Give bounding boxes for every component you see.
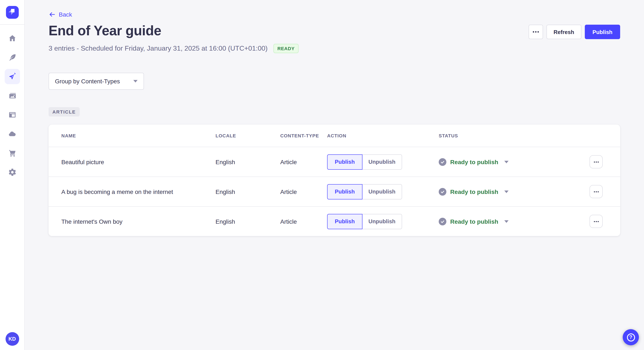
sidebar-item-releases[interactable] [4,69,20,84]
table-row: Beautiful picture English Article Publis… [48,147,620,177]
unpublish-option-button[interactable]: Unpublish [362,154,402,170]
gear-icon [8,168,16,176]
help-fab-button[interactable]: ? [623,329,639,345]
entry-action-toggle: Publish Unpublish [327,214,439,229]
subtitle-row: 3 entries - Scheduled for Friday, Januar… [48,44,620,53]
entry-status-label: Ready to publish [450,188,498,195]
ellipsis-icon [594,191,599,192]
table-row: The internet's Own boy English Article P… [48,207,620,236]
chevron-down-icon [133,80,138,82]
column-header-action: ACTION [327,133,439,138]
check-circle-icon [439,217,446,225]
row-menu-button[interactable] [590,155,603,169]
chevron-down-icon [504,220,508,223]
entry-locale: English [216,159,280,165]
entry-status-label: Ready to publish [450,159,498,165]
paper-plane-icon [8,72,16,81]
entry-locale: English [216,188,280,195]
entry-content-type: Article [280,218,327,225]
publish-release-button[interactable]: Publish [585,25,620,39]
strapi-logo[interactable] [6,6,18,19]
row-menu-button[interactable] [590,185,603,198]
entry-name: The internet's Own boy [61,218,216,225]
check-circle-icon [439,158,446,166]
entry-name: A bug is becoming a meme on the internet [61,188,216,195]
sidebar-item-home[interactable] [4,31,20,46]
status-badge: READY [274,44,298,53]
arrow-left-icon [48,11,55,18]
publish-option-button[interactable]: Publish [327,214,362,229]
publish-option-button[interactable]: Publish [327,184,362,199]
back-label: Back [59,11,72,18]
back-link[interactable]: Back [48,0,72,18]
group-by-select[interactable]: Group by Content-Types [48,73,144,90]
row-menu-button[interactable] [590,215,603,228]
main-content: Back End of Year guide 3 entries - Sched… [25,0,644,350]
sidebar-nav [4,31,20,180]
column-header-name: NAME [61,133,216,138]
ellipsis-icon [594,220,599,222]
entry-status-dropdown[interactable]: Ready to publish [439,158,508,166]
sidebar-item-settings[interactable] [4,165,20,180]
entry-name: Beautiful picture [61,159,216,165]
entry-content-type: Article [280,188,327,195]
entry-status-dropdown[interactable]: Ready to publish [439,188,508,195]
entry-status-dropdown[interactable]: Ready to publish [439,217,508,225]
unpublish-option-button[interactable]: Unpublish [362,184,402,199]
logo-container [0,0,24,25]
user-avatar[interactable]: KD [5,332,19,346]
avatar-initials: KD [8,336,16,342]
sidebar-item-marketplace[interactable] [4,146,20,161]
sidebar-item-content-type-builder[interactable] [4,107,20,123]
entry-locale: English [216,218,280,225]
publish-option-button[interactable]: Publish [327,154,362,170]
entry-content-type: Article [280,159,327,165]
question-mark-icon: ? [627,333,635,341]
stage: KD Back End of Year guide 3 entries - Sc… [0,0,644,350]
table-row: A bug is becoming a meme on the internet… [48,177,620,207]
feather-icon [8,53,16,62]
layout-icon [8,111,16,119]
table-header-row: NAME LOCALE CONTENT-TYPE ACTION STATUS [48,125,620,147]
ellipsis-icon [594,161,599,163]
unpublish-option-button[interactable]: Unpublish [362,214,402,229]
check-circle-icon [439,188,446,195]
column-header-status: STATUS [439,133,590,138]
ellipsis-icon [532,31,539,33]
sidebar: KD [0,0,25,350]
content-type-group-badge: ARTICLE [48,107,80,117]
header-actions: Refresh Publish [528,25,620,39]
entry-action-toggle: Publish Unpublish [327,154,439,170]
sidebar-item-content-manager[interactable] [4,50,20,65]
entries-table-card: NAME LOCALE CONTENT-TYPE ACTION STATUS B… [48,125,620,236]
chevron-down-icon [504,161,508,163]
sidebar-item-media-library[interactable] [4,88,20,103]
refresh-button[interactable]: Refresh [546,25,582,39]
entry-status-label: Ready to publish [450,218,498,225]
home-icon [8,34,16,42]
chevron-down-icon [504,190,508,193]
entry-action-toggle: Publish Unpublish [327,184,439,199]
column-header-content-type: CONTENT-TYPE [280,133,327,138]
cloud-icon [8,130,16,138]
group-by-value: Group by Content-Types [55,78,120,85]
cart-icon [8,149,16,157]
images-icon [8,91,16,100]
table-body: Beautiful picture English Article Publis… [48,147,620,236]
more-actions-button[interactable] [528,25,543,39]
column-header-locale: LOCALE [216,133,280,138]
strapi-admin-app: KD Back End of Year guide 3 entries - Sc… [0,0,644,350]
release-subtitle: 3 entries - Scheduled for Friday, Januar… [48,45,268,52]
sidebar-item-cloud[interactable] [4,126,20,142]
